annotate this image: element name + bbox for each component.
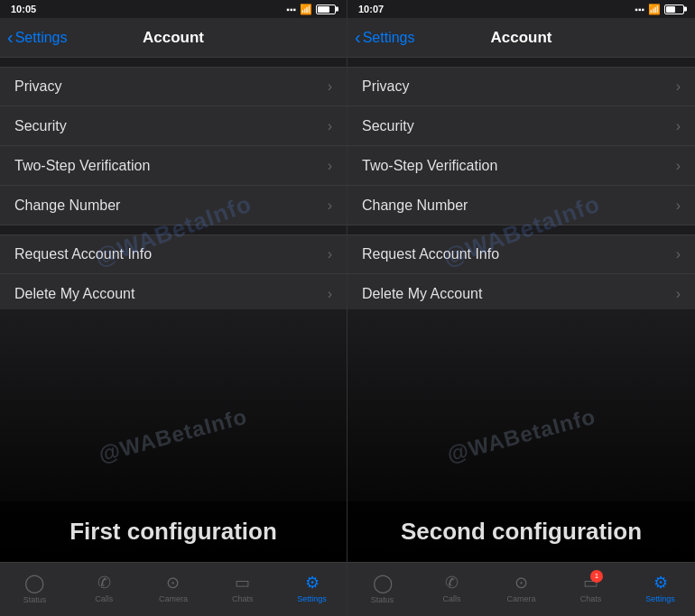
status-icon-right: ◯: [373, 572, 393, 593]
privacy-label-right: Privacy: [362, 78, 409, 95]
tab-settings-right[interactable]: ⚙ Settings: [638, 573, 683, 603]
security-chevron-left: ›: [328, 118, 332, 134]
nav-title-right: Account: [491, 29, 552, 47]
change-number-chevron-right: ›: [676, 198, 681, 214]
two-step-chevron-right: ›: [676, 158, 681, 174]
battery-left: [316, 5, 336, 14]
change-number-item-right[interactable]: Change Number ›: [348, 186, 695, 225]
request-info-label-right: Request Account Info: [362, 246, 499, 262]
camera-label-right: Camera: [506, 594, 535, 603]
security-label-right: Security: [362, 118, 414, 134]
request-info-chevron-left: ›: [328, 246, 332, 262]
settings-label-right: Settings: [645, 594, 675, 603]
tab-calls-right[interactable]: ✆ Calls: [430, 573, 475, 603]
security-chevron-right: ›: [676, 118, 681, 134]
chats-icon-right: ▭ 1: [583, 573, 598, 593]
status-label-right: Status: [371, 595, 394, 604]
nav-title-left: Account: [143, 29, 204, 47]
chats-label-right: Chats: [580, 594, 602, 603]
back-label-left: Settings: [15, 30, 68, 46]
privacy-chevron-left: ›: [328, 78, 332, 95]
privacy-chevron-right: ›: [676, 78, 681, 95]
settings-group-1-right: Privacy › Security › Two-Step Verificati…: [348, 67, 695, 225]
request-info-item-right[interactable]: Request Account Info ›: [348, 234, 695, 274]
time-left: 10:05: [11, 4, 36, 14]
config-label-left: First configuration: [0, 501, 347, 562]
calls-label-right: Calls: [442, 594, 460, 603]
tab-bar-right: ◯ Status ✆ Calls ⊙ Camera ▭ 1 Chats ⚙ Se…: [348, 562, 695, 616]
watermark2-right: @WABetaInfo: [444, 404, 598, 468]
watermark2-left: @WABetaInfo: [97, 404, 251, 468]
tab-calls-left[interactable]: ✆ Calls: [81, 573, 126, 603]
change-number-chevron-left: ›: [328, 198, 332, 214]
tab-status-left[interactable]: ◯ Status: [12, 572, 57, 604]
delete-account-chevron-left: ›: [328, 286, 332, 302]
request-info-chevron-right: ›: [676, 246, 681, 262]
request-info-item-left[interactable]: Request Account Info ›: [0, 234, 347, 274]
back-button-left[interactable]: ‹ Settings: [7, 29, 67, 46]
back-button-right[interactable]: ‹ Settings: [355, 29, 414, 46]
right-screen: 10:07 ▪▪▪ 📶 ‹ Settings Account @WABetaIn…: [348, 0, 695, 616]
tab-chats-right[interactable]: ▭ 1 Chats: [569, 573, 614, 603]
settings-group-2-left: Request Account Info › Delete My Account…: [0, 234, 347, 314]
privacy-item-left[interactable]: Privacy ›: [0, 67, 347, 106]
settings-group-1-left: Privacy › Security › Two-Step Verificati…: [0, 67, 347, 225]
security-label-left: Security: [14, 118, 67, 134]
tab-chats-left[interactable]: ▭ Chats: [220, 573, 265, 603]
two-step-label-left: Two-Step Verification: [14, 158, 150, 174]
chats-badge-right: 1: [590, 570, 603, 583]
settings-group-2-right: Request Account Info › Delete My Account…: [348, 234, 695, 314]
two-step-label-right: Two-Step Verification: [362, 158, 497, 174]
change-number-label-left: Change Number: [14, 198, 120, 214]
privacy-label-left: Privacy: [14, 78, 61, 95]
tab-settings-left[interactable]: ⚙ Settings: [290, 573, 335, 603]
delete-account-item-right[interactable]: Delete My Account ›: [348, 274, 695, 314]
indicators-left: ▪▪▪ 📶: [286, 4, 336, 15]
tab-status-right[interactable]: ◯ Status: [360, 572, 405, 604]
calls-icon-right: ✆: [445, 573, 459, 593]
back-label-right: Settings: [363, 30, 415, 46]
tab-camera-right[interactable]: ⊙ Camera: [499, 573, 544, 603]
nav-bar-left: ‹ Settings Account: [0, 18, 347, 58]
privacy-item-right[interactable]: Privacy ›: [348, 67, 695, 106]
battery-fill-right: [666, 6, 675, 13]
nav-bar-right: ‹ Settings Account: [348, 18, 695, 58]
settings-icon-left: ⚙: [305, 573, 320, 593]
status-bar-right: 10:07 ▪▪▪ 📶: [348, 0, 695, 18]
camera-icon-right: ⊙: [514, 573, 528, 593]
change-number-item-left[interactable]: Change Number ›: [0, 186, 347, 225]
back-chevron-left: ‹: [7, 28, 14, 46]
settings-icon-right: ⚙: [653, 573, 668, 593]
chats-icon-left: ▭: [235, 573, 250, 593]
battery-right: [664, 5, 684, 14]
change-number-label-right: Change Number: [362, 198, 468, 214]
request-info-label-left: Request Account Info: [14, 246, 152, 262]
security-item-right[interactable]: Security ›: [348, 106, 695, 146]
delete-account-label-left: Delete My Account: [14, 286, 134, 302]
signal-icon-right: ▪▪▪: [635, 5, 644, 14]
delete-account-item-left[interactable]: Delete My Account ›: [0, 274, 347, 314]
delete-account-label-right: Delete My Account: [362, 286, 482, 302]
left-screen: 10:05 ▪▪▪ 📶 ‹ Settings Account @WABetaIn…: [0, 0, 348, 616]
two-step-chevron-left: ›: [328, 158, 332, 174]
indicators-right: ▪▪▪ 📶: [635, 4, 684, 15]
wifi-icon-right: 📶: [648, 4, 661, 15]
tab-camera-left[interactable]: ⊙ Camera: [151, 573, 196, 603]
wifi-icon-left: 📶: [300, 4, 312, 15]
chats-label-left: Chats: [232, 594, 254, 603]
tab-bar-left: ◯ Status ✆ Calls ⊙ Camera ▭ Chats ⚙ Sett…: [0, 562, 347, 616]
camera-label-left: Camera: [159, 594, 188, 603]
security-item-left[interactable]: Security ›: [0, 106, 347, 146]
two-step-item-left[interactable]: Two-Step Verification ›: [0, 146, 347, 186]
calls-icon-left: ✆: [97, 573, 111, 593]
signal-icon-left: ▪▪▪: [286, 5, 296, 14]
time-right: 10:07: [358, 4, 384, 14]
battery-fill-left: [318, 6, 329, 13]
config-label-right: Second configuration: [348, 501, 695, 562]
status-icon-left: ◯: [24, 572, 44, 593]
camera-icon-left: ⊙: [166, 573, 180, 593]
calls-label-left: Calls: [95, 594, 113, 603]
two-step-item-right[interactable]: Two-Step Verification ›: [348, 146, 695, 186]
back-chevron-right: ‹: [355, 28, 361, 46]
status-bar-left: 10:05 ▪▪▪ 📶: [0, 0, 347, 18]
